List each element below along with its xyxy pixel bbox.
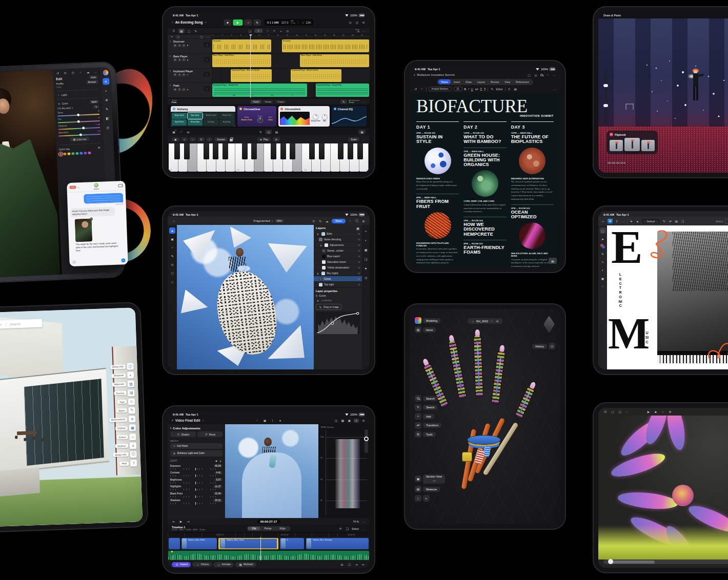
piano-keyboard[interactable]: C2 C3 C4 (168, 143, 370, 173)
eyedropper-icon[interactable]: ✎ (93, 105, 99, 109)
brush-tool[interactable]: ✎ (169, 253, 175, 259)
help-button[interactable]: Help? (119, 460, 137, 467)
section-view-button[interactable]: ▣Section ViewOff (415, 474, 445, 483)
redo-icon[interactable]: ↻ (420, 87, 424, 91)
channel-eq-plugin[interactable]: Channel EQ (332, 106, 367, 127)
append-icon[interactable]: ⇥ (354, 563, 358, 566)
settings-icon[interactable]: ⚙ (361, 219, 366, 223)
shadows-control[interactable]: Shadows15.31 (170, 499, 223, 505)
editor-icon[interactable]: ✎ (490, 87, 494, 91)
magenta-dot[interactable] (88, 151, 91, 154)
eraser-tool[interactable]: ◐ (600, 267, 606, 273)
items-icon[interactable]: ▤ (415, 326, 421, 333)
send-button[interactable]: ↑ (121, 258, 125, 262)
export-icon[interactable]: ↑ (348, 219, 352, 222)
tab-view[interactable]: View (502, 79, 513, 84)
viewer-zoom[interactable]: 74 % (353, 520, 359, 523)
light-section[interactable]: › Light (56, 92, 98, 97)
region-pads[interactable]: Keyboard Player - Simple Pad CAmGDmC (212, 84, 307, 96)
camera-icon[interactable]: ▣ (263, 419, 267, 422)
track-header-bass[interactable]: 2 Bass Player MSR ♪ (168, 54, 212, 69)
regions-view-icon[interactable]: ▦ (178, 29, 185, 33)
more-icon[interactable]: … (361, 29, 366, 32)
back-chevron-icon[interactable]: ‹ (77, 185, 79, 190)
scrubber-knob[interactable] (608, 559, 613, 564)
share-button[interactable]: Share (332, 219, 346, 223)
alchemy-pad[interactable]: Metallic Swell (204, 113, 218, 119)
record-button[interactable]: ● (244, 19, 252, 26)
move-tool[interactable]: ➤ (600, 236, 606, 242)
plugin-power-icon[interactable] (334, 108, 336, 110)
wet-knob[interactable] (322, 115, 327, 119)
share-icon[interactable]: ↑ (545, 73, 550, 76)
tab-review[interactable]: Review (488, 79, 501, 84)
modeling-button[interactable]: Modeling (423, 318, 440, 323)
chevron-down-icon[interactable]: ∨ (205, 21, 206, 24)
flipbook-frame[interactable] (641, 140, 655, 151)
eye-icon[interactable]: ⊙ (358, 278, 360, 280)
adjustment-icon[interactable]: ◐ (363, 237, 369, 243)
menu-icon[interactable]: ≡ (615, 220, 619, 223)
tips-icon[interactable]: ◎ (534, 73, 538, 77)
mute-button[interactable]: M (173, 88, 177, 91)
project-title[interactable]: Video Final Edit (175, 419, 200, 422)
wb-value[interactable]: As shot (62, 106, 71, 110)
solo-button[interactable]: S (178, 88, 181, 91)
curves-editor[interactable] (316, 312, 360, 334)
help-icon[interactable]: ? (130, 460, 137, 466)
search-tool[interactable]: Search (415, 395, 441, 402)
more-icon[interactable]: … (552, 73, 556, 76)
browse-button[interactable]: Browse (86, 80, 98, 84)
exposure-control[interactable]: Exposure45.59 (170, 464, 223, 470)
alchemy-pad[interactable]: Dark Arp (204, 119, 218, 126)
soften-button[interactable]: Soften○ (116, 433, 136, 441)
presets-icon[interactable]: ◧ (104, 115, 111, 122)
document-name[interactable]: Fragmented (253, 219, 270, 222)
layer-row[interactable]: Top right⊙ (314, 282, 362, 287)
back-chevron-icon[interactable]: ‹ (172, 418, 173, 423)
layer-row[interactable]: ∨Sky (right)⊙ (314, 271, 362, 276)
piano-black-key[interactable] (290, 143, 295, 159)
drag-on-image-button[interactable]: ✎Drag on image (316, 304, 341, 310)
measure-button[interactable]: ▤Measure (415, 486, 445, 492)
region-bass[interactable]: Bass Player - Indie Disco (212, 54, 272, 67)
avatar[interactable] (103, 70, 108, 75)
chevron-down-icon[interactable]: ∨ (272, 220, 273, 222)
tint-slider[interactable]: Tint0 (57, 116, 99, 123)
audio-clip[interactable] (168, 551, 369, 560)
piano-black-key[interactable] (242, 143, 248, 159)
flip-icon[interactable]: ⇄ (668, 219, 672, 223)
video-track[interactable]: Skyline_Blue_Wide Skyline_Blue_Close S..… (168, 537, 370, 550)
export-icon[interactable]: ❏ (618, 410, 622, 414)
teal-dot[interactable] (75, 152, 78, 155)
inspect-button[interactable]: ⊙Inspect (172, 562, 191, 567)
select-tool[interactable]: ▢ (600, 227, 606, 234)
piano-black-key[interactable] (223, 143, 228, 159)
solo-button[interactable]: S (178, 44, 181, 47)
snap-value[interactable]: 1/4 (355, 31, 359, 33)
layer-row[interactable]: ✎Sweat...ooster⊙ (314, 248, 362, 254)
minimize-icon[interactable]: ⊖ (361, 419, 366, 422)
piano-black-key[interactable] (280, 143, 286, 159)
volume-button[interactable]: ♪Volume (192, 562, 212, 567)
font-color-button[interactable]: A (484, 87, 486, 91)
edit-tool-icon[interactable]: ≡ (103, 78, 110, 85)
region-drummer[interactable]: Drummer (282, 39, 369, 52)
audio-track[interactable] (168, 550, 370, 561)
eye-icon[interactable]: ⊙ (358, 255, 360, 258)
history-icon[interactable]: ◷ (71, 71, 75, 74)
previous-frame-icon[interactable]: ⇤ (172, 520, 176, 523)
pencil-icon[interactable]: ✎ (258, 130, 262, 134)
mute-button[interactable]: M (173, 73, 177, 76)
comment-icon[interactable]: ❏ (363, 256, 369, 262)
pen-tool[interactable]: ✎ (600, 251, 606, 257)
tab-layout[interactable]: Layout (475, 79, 488, 84)
clip-mode-button[interactable]: Clip (248, 527, 260, 530)
editor-view-icon[interactable]: ✎ (194, 29, 198, 33)
more-icon[interactable]: … (361, 100, 366, 103)
video-clip[interactable]: Skyline_Blue_Backgro (306, 538, 369, 549)
alchemy-plugin[interactable]: Alchemy Bright Synth Epic Synth Metallic… (171, 106, 235, 127)
mixer-view-icon[interactable]: ▢ (187, 29, 191, 33)
tracks-view-icon[interactable]: ≡ (172, 29, 176, 32)
mobile-view-icon[interactable]: ▢ (527, 73, 531, 77)
